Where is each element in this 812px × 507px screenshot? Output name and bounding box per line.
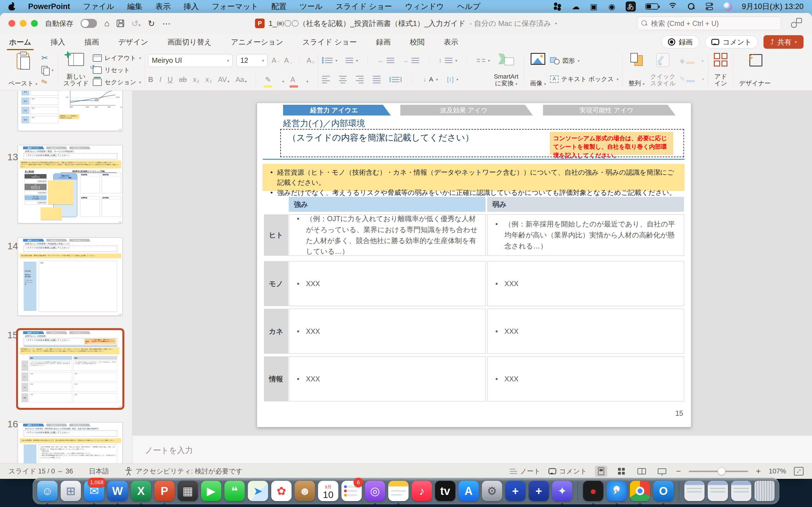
ribbon-tab-挿入[interactable]: 挿入 xyxy=(50,36,66,49)
dock-item-safari[interactable] xyxy=(606,479,627,503)
dock-item-calculator[interactable]: ▦ xyxy=(177,479,199,503)
menu-item-help[interactable]: ヘルプ xyxy=(457,1,480,11)
dock-item-excel[interactable]: X xyxy=(130,479,152,503)
cell-kane-strength[interactable]: XXX xyxy=(289,309,486,354)
control-center-icon[interactable] xyxy=(705,1,714,11)
dock-item-enterprise-app-2[interactable]: + xyxy=(528,479,550,503)
line-spacing-button[interactable]: ↕▾ xyxy=(438,55,458,66)
menu-item-insert[interactable]: 挿入 xyxy=(184,1,199,11)
slide-title[interactable]: 経営力(イ)／内部環境 xyxy=(283,118,365,129)
cell-mono-weakness[interactable]: XXX xyxy=(487,261,684,306)
quick-styles-button[interactable]: クイック スタイル xyxy=(647,52,678,88)
dock-item-system-settings[interactable]: ⚙ xyxy=(481,479,503,503)
zoom-window-button[interactable] xyxy=(31,20,38,27)
apple-menu-icon[interactable] xyxy=(8,3,15,10)
font-size-combo[interactable]: 12▾ xyxy=(237,54,267,67)
battery-icon[interactable] xyxy=(645,1,658,11)
superscript-button[interactable]: x2 xyxy=(193,75,199,83)
dock-item-viewer-3d[interactable]: ✦ xyxy=(551,479,573,503)
comments-toggle-button[interactable]: コメント xyxy=(548,467,587,476)
menu-clock[interactable]: 9月10日(水) 13:20 xyxy=(742,1,804,11)
undo-icon[interactable]: ↺▾ xyxy=(132,18,140,29)
slide-placeholder-text[interactable]: （スライドの内容を簡潔に記載してください） xyxy=(288,132,474,144)
dock[interactable]: ☺⊞✉1,068WXP▦▶❝➤✿☻9月106◎♪tvA⚙++✦●O xyxy=(33,478,779,504)
save-icon[interactable] xyxy=(117,20,124,27)
dock-item-app-store[interactable]: A xyxy=(458,479,479,503)
shape-fill-button[interactable]: ◆▾ xyxy=(678,55,705,66)
dock-item-dark-app[interactable]: ● xyxy=(582,479,604,503)
highlight-color-button[interactable]: ✎▾ xyxy=(265,75,284,83)
title-chevron-icon[interactable]: ▾ xyxy=(555,21,557,25)
dock-item-notes[interactable] xyxy=(388,479,409,503)
font-color-button[interactable]: A▾ xyxy=(290,75,308,83)
instruction-callout[interactable]: 経営資源（ヒト・モノ（技術含む）・カネ・情報（データやネットワーク含む））につい… xyxy=(262,164,684,191)
align-right-button[interactable] xyxy=(355,74,365,85)
cell-mono-strength[interactable]: XXX xyxy=(289,261,486,306)
share-button[interactable]: ⤴共有▾ xyxy=(763,35,804,49)
dock-item-chrome[interactable] xyxy=(629,479,651,503)
slide-thumbnail-panel[interactable]: 政治XXX 経済XXX 社会XXX 技術XXX グラフイメージ 自社売上（億円）… xyxy=(0,91,133,463)
increase-font-button[interactable]: A⌃ xyxy=(271,56,280,64)
dock-item-window-preview-3[interactable] xyxy=(730,479,752,503)
accessibility-status[interactable]: アクセシビリティ: 検討が必要です xyxy=(125,467,243,476)
paste-button[interactable]: ペースト ▾ xyxy=(6,52,40,88)
menu-app-name[interactable]: PowerPoint xyxy=(28,2,70,11)
menu-item-tools[interactable]: ツール xyxy=(299,1,322,11)
decrease-indent-button[interactable]: ← xyxy=(376,55,396,66)
cell-hito-weakness[interactable]: （例：新卒採用を開始したのが最近であり、自社の平均年齢が高い（業界内比）実情から… xyxy=(487,214,684,256)
presence-icon[interactable] xyxy=(791,18,802,29)
ribbon-tab-表示[interactable]: 表示 xyxy=(443,36,459,49)
menu-item-view[interactable]: 表示 xyxy=(155,1,170,11)
comments-button[interactable]: コメント xyxy=(705,36,758,48)
dock-item-contacts[interactable]: ☻ xyxy=(294,479,316,503)
slide-canvas[interactable]: 経営力 アイウエ 波及効果 アイウ 実現可能性 アイウ 経営力(イ)／内部環境 … xyxy=(257,103,691,427)
wifi-icon[interactable] xyxy=(668,1,677,11)
ribbon-tab-ホーム[interactable]: ホーム xyxy=(8,36,32,49)
dock-item-calendar[interactable]: 9月10 xyxy=(317,479,339,503)
textbox-button[interactable]: Aテキスト ボックス▾ xyxy=(549,74,620,84)
slide-placeholder-box[interactable]: （スライドの内容を簡潔に記載してください） コンソーシアム形式の場合は、必要に応… xyxy=(280,129,684,157)
ribbon-tab-デザイン[interactable]: デザイン xyxy=(117,36,149,49)
change-case-button[interactable]: Aa▾ xyxy=(236,75,247,83)
shape-outline-button[interactable]: ✎▾ xyxy=(678,74,705,84)
spotlight-icon[interactable] xyxy=(687,1,696,11)
dock-item-photos[interactable]: ✿ xyxy=(270,479,292,503)
thumbnail-slide-13[interactable]: 経営力 アイウエ波及効果 アイウ実現可能性 アイウ 経営力(イ)／外部環境（製品… xyxy=(18,145,123,223)
bullet-list-button[interactable]: ▾ xyxy=(321,55,339,66)
dock-item-powerpoint[interactable]: P xyxy=(153,479,175,503)
section-button[interactable]: セクション▾ xyxy=(92,77,142,88)
distribute-button[interactable] xyxy=(389,74,403,85)
notes-pane[interactable]: ノートを入力 xyxy=(133,435,812,463)
dock-item-enterprise-app-1[interactable]: + xyxy=(504,479,526,503)
clear-formatting-button[interactable]: A◇ xyxy=(306,56,315,64)
thumbnail-slide-15-selected[interactable]: 経営力 アイウエ波及効果 アイウ実現可能性 アイウ 経営力(イ)／内部環境 （ス… xyxy=(18,330,123,408)
zoom-slider[interactable] xyxy=(689,471,748,472)
addins-button[interactable]: アド イン xyxy=(711,52,730,88)
dock-item-word[interactable]: W xyxy=(107,479,129,503)
siri-icon[interactable] xyxy=(723,1,732,11)
more-commands-icon[interactable]: ⋯ xyxy=(162,18,170,29)
columns-button[interactable]: ▾ xyxy=(476,55,491,66)
font-name-combo[interactable]: Meiryo UI▾ xyxy=(148,54,233,67)
dock-item-outlook[interactable]: O xyxy=(652,479,674,503)
insert-image-button[interactable]: 画像 ▾ xyxy=(527,52,549,88)
ribbon-tab-校閲[interactable]: 校閲 xyxy=(409,36,425,49)
zoom-in-button[interactable]: + xyxy=(756,466,761,476)
dock-item-finder[interactable]: ☺ xyxy=(36,479,58,503)
home-icon[interactable]: ⌂ xyxy=(104,18,109,28)
app-cluster-icon[interactable] xyxy=(553,1,562,11)
search-input[interactable] xyxy=(651,19,777,27)
dock-item-window-preview-1[interactable] xyxy=(683,479,705,503)
decrease-font-button[interactable]: A⌄ xyxy=(284,56,293,64)
notes-toggle-button[interactable]: ノート xyxy=(510,467,541,476)
align-left-button[interactable] xyxy=(321,74,331,85)
normal-view-button[interactable] xyxy=(595,466,607,477)
ribbon-tab-録画[interactable]: 録画 xyxy=(375,36,391,49)
play-status-icon[interactable]: ◉ xyxy=(608,1,616,11)
format-painter-button[interactable]: ✎ xyxy=(40,77,55,88)
thumbnail-slide-14[interactable]: 経営力 アイウエ波及効果 アイウ実現可能性 アイウ 経営力(イ)／外部環境（市場… xyxy=(18,237,123,316)
dock-item-launchpad[interactable]: ⊞ xyxy=(60,479,82,503)
underline-button[interactable]: U xyxy=(167,75,172,83)
cell-joho-weakness[interactable]: XXX xyxy=(487,356,684,401)
ribbon-tab-画面切り替え[interactable]: 画面切り替え xyxy=(167,36,212,49)
